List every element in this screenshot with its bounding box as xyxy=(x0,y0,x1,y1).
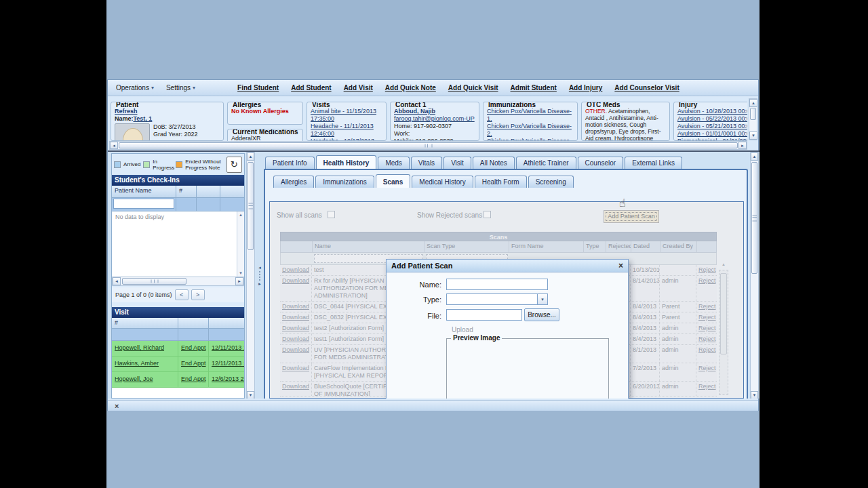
scan-type-select[interactable]: ▾ xyxy=(446,293,548,305)
tab-vitals[interactable]: Vitals xyxy=(411,157,442,169)
scroll-down-icon[interactable]: ▼ xyxy=(749,131,757,140)
visit-link[interactable]: Animal bite - 11/15/2013 17:35:00 xyxy=(311,108,376,122)
visit-grid-empty-area xyxy=(112,388,244,398)
column-number[interactable]: # xyxy=(176,186,197,197)
end-appt-link[interactable]: End Appt xyxy=(181,344,206,351)
menu-link-admit-student[interactable]: Admit Student xyxy=(511,84,557,92)
no-data-text: No data to display xyxy=(112,211,244,222)
pager-next-button[interactable]: > xyxy=(191,289,205,300)
end-appt-link[interactable]: End Appt xyxy=(181,360,206,367)
tab-counselor[interactable]: Counselor xyxy=(578,157,624,169)
menu-link-add-student[interactable]: Add Student xyxy=(291,84,331,92)
subtab-allergies[interactable]: Allergies xyxy=(273,176,314,188)
patient-name-link[interactable]: Test, 1 xyxy=(134,115,153,122)
menu-link-add-quick-visit[interactable]: Add Quick Visit xyxy=(448,84,498,92)
pager-prev-button[interactable]: < xyxy=(175,289,189,300)
tab-athletic-trainer[interactable]: Athletic Trainer xyxy=(516,157,576,169)
menu-link-add-injury[interactable]: Add Injury xyxy=(569,84,602,92)
patient-dob: DoB: 3/27/2013 xyxy=(153,123,196,130)
visit-patient-link[interactable]: Hopewell, Joe xyxy=(115,375,153,382)
injury-link[interactable]: Avulsion - 05/22/2013 00:00:00 xyxy=(677,115,747,122)
ended-color-swatch xyxy=(176,161,182,168)
column-patient-name[interactable]: Patient Name xyxy=(112,186,176,197)
scroll-down-icon[interactable]: ▼ xyxy=(247,391,254,399)
menu-settings[interactable]: Settings ▾ xyxy=(166,84,195,92)
visit-date-link[interactable]: 12/6/2013 2:05 xyxy=(212,375,244,382)
immunization-link[interactable]: Chicken Pox/Varicella Disease-1, xyxy=(487,108,572,122)
refresh-button[interactable]: ↻ xyxy=(226,157,242,173)
visit-link[interactable]: Headache - 11/11/2013 12:46:00 xyxy=(311,123,374,137)
scroll-up-icon[interactable]: ▲ xyxy=(237,213,244,217)
contact-email-link[interactable]: farooq.tahir@pionlog.com-UP xyxy=(394,115,475,122)
menu-bar: Operations ▾ Settings ▾ Find Student Add… xyxy=(108,80,758,96)
column-number[interactable]: # xyxy=(112,318,178,328)
header-horizontal-scrollbar[interactable]: ◄ ► xyxy=(109,141,747,150)
menu-operations[interactable]: Operations ▾ xyxy=(116,84,154,92)
main-vertical-scrollbar[interactable]: ▲ ▼ xyxy=(750,152,759,399)
menu-link-add-counselor-visit[interactable]: Add Counselor Visit xyxy=(614,84,679,92)
scroll-down-icon[interactable]: ▼ xyxy=(237,271,244,275)
column-empty xyxy=(178,318,209,328)
checkins-grid-scrollbar[interactable]: ▲ ▼ xyxy=(237,211,244,277)
scroll-right-icon[interactable]: ► xyxy=(235,277,243,285)
scroll-left-icon[interactable]: ◄ xyxy=(113,277,121,285)
file-path-input[interactable] xyxy=(446,309,522,321)
dialog-titlebar[interactable]: Add Patient Scan × xyxy=(387,260,628,272)
chevron-down-icon[interactable]: ▾ xyxy=(537,294,547,304)
patient-name-filter-input[interactable] xyxy=(113,199,174,209)
subtab-screening[interactable]: Screening xyxy=(528,176,574,188)
tab-patient-info[interactable]: Patient Info xyxy=(265,157,315,169)
tab-meds[interactable]: Meds xyxy=(378,157,409,169)
scroll-right-icon[interactable]: ► xyxy=(738,142,747,149)
contact-name-link[interactable]: Abboud, Najib xyxy=(394,108,435,115)
close-icon[interactable]: × xyxy=(618,262,623,270)
main-vscroll-thumb[interactable] xyxy=(751,162,757,274)
subtab-immunizations[interactable]: Immunizations xyxy=(315,176,374,188)
scroll-down-icon[interactable]: ▼ xyxy=(751,391,758,399)
immunization-link[interactable]: Chicken Pox/Varicella Disease-2, xyxy=(487,123,572,137)
menu-link-find-student[interactable]: Find Student xyxy=(237,84,279,92)
collapse-right-icon[interactable]: ► xyxy=(258,282,262,286)
upload-link[interactable]: Upload xyxy=(452,326,473,333)
tab-visit[interactable]: Visit xyxy=(443,157,471,169)
refresh-link[interactable]: Refresh xyxy=(115,108,138,115)
tab-all-notes[interactable]: All Notes xyxy=(473,157,515,169)
scan-name-input[interactable] xyxy=(446,279,548,290)
visit-patient-link[interactable]: Hopewell, Richard xyxy=(115,344,164,351)
header-vertical-scrollbar[interactable]: ▲ ▼ xyxy=(749,98,757,140)
current-medications-panel: Current Medications AdderalXR xyxy=(227,129,303,141)
browse-button[interactable]: Browse... xyxy=(524,308,559,321)
checkins-hscroll-thumb[interactable] xyxy=(122,278,186,285)
scroll-up-icon[interactable]: ▲ xyxy=(749,99,757,107)
close-icon[interactable]: × xyxy=(115,402,119,410)
subtab-scans[interactable]: Scans xyxy=(376,174,410,188)
collapse-left-icon[interactable]: ◄ xyxy=(258,266,262,270)
sidebar-vscroll-thumb[interactable] xyxy=(248,162,254,250)
menu-link-add-visit[interactable]: Add Visit xyxy=(344,84,373,92)
allergies-panel-title: Allergies xyxy=(231,102,262,108)
visit-patient-link[interactable]: Hawkins, Amber xyxy=(115,360,159,367)
subtab-health-form[interactable]: Health Form xyxy=(475,176,527,188)
visit-column-headers: # xyxy=(112,318,244,329)
menu-link-add-quick-note[interactable]: Add Quick Note xyxy=(385,84,436,92)
panel-splitter[interactable]: ◄ ► xyxy=(256,152,263,399)
checkins-horizontal-scrollbar[interactable]: ◄ ► xyxy=(112,277,244,286)
checkins-pager: Page 1 of 0 (0 items) < > xyxy=(112,287,244,302)
sidebar-vertical-scrollbar[interactable]: ▲ ▼ xyxy=(246,152,255,399)
end-appt-link[interactable]: End Appt xyxy=(181,375,206,382)
scroll-up-icon[interactable]: ▲ xyxy=(751,152,758,161)
tab-health-history[interactable]: Health History xyxy=(316,155,377,169)
subtab-medical-history[interactable]: Medical History xyxy=(412,176,473,188)
injury-link[interactable]: Avulsion - 01/01/0001 00:00:00 xyxy=(677,130,747,137)
visit-date-link[interactable]: 12/11/2013 11: xyxy=(212,360,244,367)
scroll-left-icon[interactable]: ◄ xyxy=(110,142,118,149)
scroll-up-icon[interactable]: ▲ xyxy=(247,152,254,161)
visit-row: Hawkins, Amber End Appt 12/11/2013 11: xyxy=(112,357,244,372)
header-vscroll-thumb[interactable] xyxy=(750,108,756,120)
visit-date-link[interactable]: 12/11/2013 1:2 xyxy=(212,344,244,351)
tab-external-links[interactable]: External Links xyxy=(625,157,682,169)
arrived-color-swatch xyxy=(114,161,121,168)
injury-link[interactable]: Avulsion - 05/21/2013 00:00:00 xyxy=(677,123,747,129)
header-hscroll-thumb[interactable] xyxy=(119,142,738,148)
injury-link[interactable]: Avulsion - 10/28/2013 00:00:00 xyxy=(677,108,747,115)
